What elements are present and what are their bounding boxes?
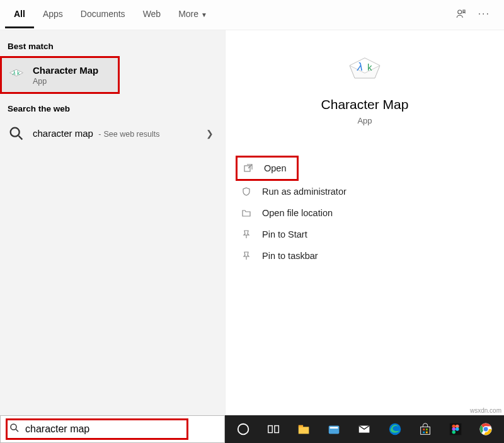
best-match-subtitle: App xyxy=(33,77,112,86)
svg-point-32 xyxy=(455,427,459,431)
search-icon xyxy=(9,422,20,436)
svg-text:k: k xyxy=(17,70,20,76)
action-open[interactable]: Open xyxy=(236,156,299,181)
best-match-texts: Character Map App xyxy=(33,65,112,86)
svg-text:λ: λ xyxy=(12,69,16,76)
svg-rect-18 xyxy=(299,427,309,434)
figma-icon[interactable] xyxy=(449,421,462,437)
best-match-title: Character Map xyxy=(33,65,112,76)
chevron-down-icon: ▼ xyxy=(201,11,207,18)
svg-text:λ: λ xyxy=(357,60,363,73)
action-admin-label: Run as administrator xyxy=(262,187,346,197)
watermark: wsxdn.com xyxy=(470,407,501,414)
character-map-icon: λk xyxy=(8,66,25,84)
tab-web[interactable]: Web xyxy=(134,1,170,28)
preview-panel: λk Character Map App Open Run as adminis… xyxy=(225,30,504,415)
preview-header: λk Character Map App xyxy=(226,53,504,125)
svg-point-4 xyxy=(11,128,20,137)
action-pin-to-taskbar[interactable]: Pin to taskbar xyxy=(236,245,494,267)
best-match-character-map[interactable]: λk Character Map App xyxy=(0,56,120,94)
search-filter-tabs: All Apps Documents Web More▼ ··· xyxy=(0,0,504,30)
results-panel: Best match λk Character Map App Search t… xyxy=(0,30,225,415)
tab-documents[interactable]: Documents xyxy=(72,1,134,28)
svg-rect-27 xyxy=(423,432,425,434)
svg-rect-16 xyxy=(268,425,272,432)
search-input[interactable] xyxy=(25,423,183,435)
action-pin-start-label: Pin to Start xyxy=(262,229,307,239)
svg-point-15 xyxy=(238,424,249,435)
svg-rect-25 xyxy=(423,429,425,430)
svg-rect-19 xyxy=(299,425,303,428)
search-icon xyxy=(8,125,25,142)
action-pin-to-start[interactable]: Pin to Start xyxy=(236,224,494,245)
edge-icon[interactable] xyxy=(388,421,402,437)
svg-rect-10 xyxy=(244,166,250,171)
taskbar xyxy=(225,415,504,443)
web-result-texts: character map -See web results xyxy=(33,128,198,139)
folder-icon xyxy=(241,208,252,218)
chevron-right-icon: ❯ xyxy=(206,129,217,139)
svg-line-5 xyxy=(19,136,23,140)
tabs-group: All Apps Documents Web More▼ xyxy=(5,1,216,28)
action-open-file-location[interactable]: Open file location xyxy=(236,202,494,224)
action-pin-taskbar-label: Pin to taskbar xyxy=(262,251,318,261)
mail-icon[interactable] xyxy=(357,421,371,437)
web-result-character-map[interactable]: character map -See web results ❯ xyxy=(0,118,225,149)
svg-point-34 xyxy=(452,430,455,434)
chrome-icon[interactable] xyxy=(479,421,493,437)
preview-title: Character Map xyxy=(226,97,504,112)
tab-apps[interactable]: Apps xyxy=(34,1,72,28)
svg-text:k: k xyxy=(367,62,372,72)
svg-marker-1 xyxy=(10,69,23,76)
svg-line-14 xyxy=(16,429,18,432)
svg-rect-17 xyxy=(275,425,278,432)
search-web-label: Search the web xyxy=(0,100,225,118)
more-options-icon[interactable]: ··· xyxy=(478,8,490,22)
store-icon[interactable] xyxy=(418,421,432,437)
action-run-administrator[interactable]: Run as administrator xyxy=(236,181,494,202)
app-icon-1[interactable] xyxy=(327,421,341,437)
web-result-subtitle: -See web results xyxy=(96,130,159,139)
search-bar[interactable] xyxy=(0,415,225,443)
web-result-title: character map xyxy=(33,128,93,139)
best-match-label: Best match xyxy=(0,38,225,56)
svg-rect-28 xyxy=(426,432,428,434)
pin-icon xyxy=(241,251,252,261)
svg-point-13 xyxy=(11,424,16,430)
feedback-icon[interactable] xyxy=(455,8,467,22)
file-explorer-icon[interactable] xyxy=(297,421,311,437)
task-view-icon[interactable] xyxy=(266,421,280,437)
action-open-label: Open xyxy=(264,163,286,173)
main-content: Best match λk Character Map App Search t… xyxy=(0,30,504,415)
svg-rect-24 xyxy=(420,427,430,434)
svg-rect-21 xyxy=(330,427,338,429)
shield-icon xyxy=(241,187,252,197)
svg-rect-26 xyxy=(426,429,428,430)
cortana-icon[interactable] xyxy=(236,421,250,437)
tab-more[interactable]: More▼ xyxy=(169,1,216,28)
action-location-label: Open file location xyxy=(262,208,333,218)
svg-point-0 xyxy=(457,10,461,14)
preview-app-icon: λk xyxy=(345,53,385,86)
tab-all[interactable]: All xyxy=(5,1,34,28)
preview-subtitle: App xyxy=(226,116,504,125)
topbar-right: ··· xyxy=(455,8,499,22)
pin-icon xyxy=(241,229,252,239)
actions-list: Open Run as administrator Open file loca… xyxy=(226,156,504,267)
open-icon xyxy=(243,163,254,173)
